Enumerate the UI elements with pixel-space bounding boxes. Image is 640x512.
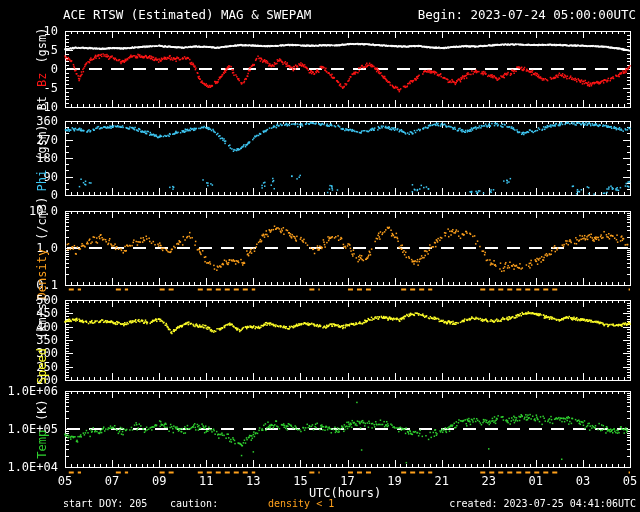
ylabel-part: Temp	[36, 430, 48, 459]
y-tick-label: 360	[0, 115, 58, 127]
y-tick-label: 1.0	[0, 242, 58, 254]
x-tick-label: 19	[381, 475, 409, 487]
x-tick-label: 21	[428, 475, 456, 487]
y-tick-label: 400	[0, 321, 58, 333]
y-tick-label: 300	[0, 347, 58, 359]
ylabel-part: (km/s)	[36, 296, 48, 339]
y-tick-label: 270	[0, 134, 58, 146]
y-tick-label: 450	[0, 307, 58, 319]
y-tick-label: 1.0E+06	[0, 385, 58, 397]
ace-rtsw-plot: ACE RTSW (Estimated) MAG & SWEPAM Begin:…	[0, 0, 640, 512]
start-doy-label: start DOY: 205	[63, 499, 147, 509]
begin-timestamp: Begin: 2023-07-24 05:00:00UTC	[418, 9, 636, 22]
x-tick-label: 05	[51, 475, 79, 487]
y-tick-label: 250	[0, 361, 58, 373]
ylabel-part: Phi	[36, 170, 48, 192]
y-tick-label: 5	[0, 44, 58, 56]
y-tick-label: -5	[0, 82, 58, 94]
ylabel-part: Bt	[36, 96, 48, 110]
y-tick-label: 0.1	[0, 279, 58, 291]
y-tick-label: 350	[0, 334, 58, 346]
y-tick-label: 90	[0, 171, 58, 183]
ylabel-part: (/cm3)	[36, 197, 48, 240]
caution-value: density < 1	[268, 499, 334, 509]
x-tick-label: 05	[616, 475, 640, 487]
y-tick-label: 180	[0, 152, 58, 164]
y-tick-label: -10	[0, 101, 58, 113]
page-title: ACE RTSW (Estimated) MAG & SWEPAM	[63, 9, 311, 22]
caution-label: caution:	[170, 499, 218, 509]
x-tick-label: 11	[192, 475, 220, 487]
x-tick-label: 13	[239, 475, 267, 487]
x-tick-label: 03	[569, 475, 597, 487]
y-tick-label: 500	[0, 294, 58, 306]
panel-ylabel: BtBz(gsm)	[36, 27, 48, 110]
y-tick-label: 0	[0, 63, 58, 75]
y-tick-label: 1.0E+04	[0, 461, 58, 473]
y-tick-label: 10.0	[0, 205, 58, 217]
ylabel-part: (gsm)	[36, 27, 48, 63]
y-tick-label: 1.0E+05	[0, 423, 58, 435]
ylabel-part: Density	[36, 249, 48, 300]
panel-ylabel: Temp(K)	[36, 399, 48, 459]
created-timestamp: created: 2023-07-25 04:41:06UTC	[449, 499, 636, 509]
plot-canvas	[0, 0, 640, 512]
ylabel-part: Speed	[36, 348, 48, 384]
y-tick-label: 10	[0, 25, 58, 37]
panel-ylabel: Density(/cm3)	[36, 197, 48, 300]
ylabel-part: (gsm)	[36, 125, 48, 161]
x-tick-label: 09	[145, 475, 173, 487]
x-tick-label: 23	[475, 475, 503, 487]
y-tick-label: 0	[0, 189, 58, 201]
panel-ylabel: Phi(gsm)	[36, 125, 48, 192]
panel-ylabel: Speed(km/s)	[36, 296, 48, 384]
x-tick-label: 01	[522, 475, 550, 487]
x-tick-label: 07	[98, 475, 126, 487]
ylabel-part: Bz	[36, 73, 48, 87]
ylabel-part: (K)	[36, 399, 48, 421]
